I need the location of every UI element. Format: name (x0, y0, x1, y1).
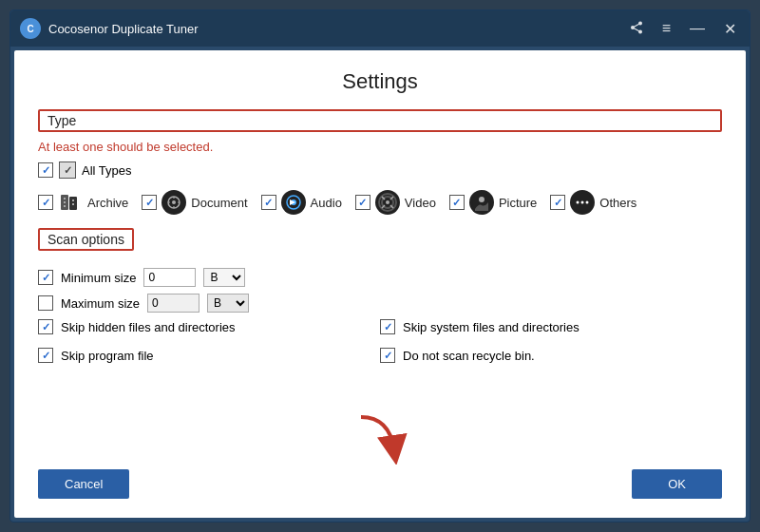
min-size-unit-select[interactable]: B KB MB (203, 268, 245, 287)
document-label: Document (191, 196, 247, 210)
content-area: Settings Type At least one should be sel… (14, 50, 746, 518)
warning-text: At least one should be selected. (38, 140, 722, 154)
svg-rect-10 (64, 201, 66, 203)
all-types-icon (59, 162, 76, 179)
type-label: Type (48, 113, 76, 128)
type-item-archive[interactable]: Archive (38, 190, 128, 215)
type-item-document[interactable]: Document (142, 190, 247, 215)
scan-options-section: Scan options Minimum size B KB MB (38, 228, 722, 370)
skip-system-label: Skip system files and directories (403, 320, 580, 334)
picture-label: Picture (499, 196, 537, 210)
svg-line-5 (633, 23, 640, 28)
archive-checkbox[interactable] (38, 195, 53, 210)
share-button[interactable] (626, 19, 647, 39)
skip-program-row: Skip program file (38, 348, 380, 363)
arrow-indicator (352, 412, 408, 465)
svg-rect-11 (64, 205, 66, 207)
document-checkbox[interactable] (142, 195, 157, 210)
archive-label: Archive (87, 196, 128, 210)
skip-hidden-row: Skip hidden files and directories (38, 319, 380, 334)
audio-label: Audio (311, 196, 342, 210)
all-types-row: All Types (38, 162, 722, 179)
skip-system-checkbox[interactable] (380, 319, 395, 334)
svg-point-37 (581, 201, 584, 204)
svg-point-28 (386, 200, 390, 204)
skip-program-label: Skip program file (61, 349, 154, 363)
skip-program-checkbox[interactable] (38, 348, 53, 363)
type-item-video[interactable]: Video (355, 190, 436, 215)
audio-checkbox[interactable] (261, 195, 276, 210)
scan-col-left: Skip hidden files and directories Skip p… (38, 319, 380, 370)
others-label: Others (599, 196, 636, 210)
page-title: Settings (38, 69, 722, 94)
arrow-svg (352, 412, 408, 465)
ok-button[interactable]: OK (632, 469, 722, 499)
document-icon (162, 190, 186, 215)
skip-hidden-label: Skip hidden files and directories (61, 320, 236, 334)
scan-section-header: Scan options (38, 228, 134, 251)
min-size-row: Minimum size B KB MB (38, 268, 722, 287)
cancel-button[interactable]: Cancel (38, 469, 129, 499)
scan-col-right: Skip system files and directories Do not… (380, 319, 722, 370)
max-size-checkbox[interactable] (38, 295, 53, 311)
archive-icon (58, 190, 83, 215)
max-size-unit-select[interactable]: B KB MB (207, 294, 249, 313)
menu-button[interactable]: ≡ (658, 18, 674, 39)
skip-system-row: Skip system files and directories (380, 319, 722, 334)
min-size-input[interactable] (143, 268, 196, 287)
svg-rect-9 (64, 198, 66, 200)
others-checkbox[interactable] (550, 195, 565, 210)
type-item-picture[interactable]: Picture (449, 190, 537, 215)
video-icon (375, 190, 400, 215)
skip-hidden-checkbox[interactable] (38, 319, 53, 334)
all-types-checkbox[interactable] (38, 162, 53, 178)
svg-point-36 (577, 201, 580, 204)
svg-point-16 (172, 200, 176, 204)
max-size-label: Maximum size (61, 296, 140, 311)
video-label: Video (405, 196, 436, 210)
all-types-label: All Types (82, 163, 132, 178)
min-size-checkbox[interactable] (38, 270, 53, 285)
svg-rect-12 (72, 200, 74, 201)
picture-icon (469, 190, 494, 215)
picture-checkbox[interactable] (449, 195, 465, 210)
svg-text:C: C (27, 24, 33, 34)
svg-line-6 (633, 28, 640, 32)
window-title: Cocosenor Duplicate Tuner (48, 22, 626, 36)
file-types-row: Archive Document (38, 190, 722, 215)
scan-options-label: Scan options (48, 232, 124, 247)
no-recycle-row: Do not scan recycle bin. (380, 348, 722, 363)
close-button[interactable]: ✕ (720, 18, 740, 40)
min-size-label: Minimum size (61, 271, 136, 285)
svg-point-38 (586, 201, 589, 204)
minimize-button[interactable]: — (686, 18, 709, 39)
main-window: C Cocosenor Duplicate Tuner ≡ — ✕ Settin… (10, 10, 750, 522)
max-size-input[interactable] (147, 294, 200, 313)
type-item-audio[interactable]: Audio (261, 190, 342, 215)
no-recycle-checkbox[interactable] (380, 348, 395, 363)
max-size-row: Maximum size B KB MB (38, 294, 722, 313)
no-recycle-label: Do not scan recycle bin. (403, 349, 535, 363)
video-checkbox[interactable] (355, 195, 370, 210)
scan-options-two-col: Skip hidden files and directories Skip p… (38, 319, 722, 370)
others-icon (570, 190, 595, 215)
footer: Cancel OK (38, 452, 722, 499)
type-section-header: Type (38, 109, 722, 132)
svg-rect-13 (72, 203, 74, 205)
titlebar: C Cocosenor Duplicate Tuner ≡ — ✕ (10, 10, 750, 47)
audio-icon (281, 190, 306, 215)
type-item-others[interactable]: Others (550, 190, 636, 215)
svg-point-34 (479, 197, 484, 202)
window-controls: ≡ — ✕ (626, 18, 740, 40)
app-icon: C (20, 18, 41, 39)
